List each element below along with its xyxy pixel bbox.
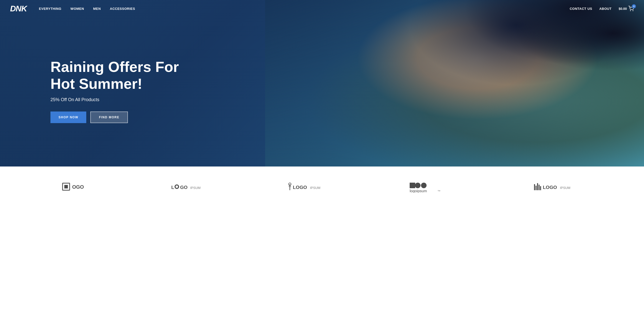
logo-brand-1: OGO — [62, 182, 97, 192]
nav-link-everything[interactable]: EVERYTHING — [39, 7, 61, 11]
logo-item-5: LOGO IPSUM — [534, 182, 582, 192]
hero-content: Raining Offers For Hot Summer! 25% Off O… — [0, 43, 179, 123]
svg-point-17 — [415, 183, 421, 188]
svg-rect-24 — [539, 185, 540, 190]
logo-brand-2: L GO IPSUM — [171, 182, 214, 192]
svg-text:LOGO: LOGO — [293, 185, 307, 190]
brand-logo[interactable]: DNK — [10, 4, 27, 13]
hero-section: Raining Offers For Hot Summer! 25% Off O… — [0, 0, 644, 166]
cart-icon-wrap: 0 — [628, 6, 634, 11]
logo-brand-3: LOGO IPSUM — [288, 182, 336, 192]
svg-rect-23 — [537, 183, 538, 190]
logo-item-4: logoipsum ™ — [410, 182, 460, 193]
logo-brand-5: LOGO IPSUM — [534, 182, 582, 192]
svg-rect-16 — [410, 183, 415, 188]
svg-text:GO: GO — [180, 185, 188, 190]
hero-headline: Raining Offers For Hot Summer! — [50, 59, 179, 92]
logo-item-1: OGO — [62, 182, 97, 192]
logo-item-2: L GO IPSUM — [171, 182, 214, 192]
nav-link-accessories[interactable]: ACCESSORIES — [110, 7, 135, 11]
svg-text:LOGO: LOGO — [543, 185, 557, 190]
svg-text:IPSUM: IPSUM — [310, 186, 320, 190]
navbar: DNK EVERYTHINGWOMENMENACCESSORIES CONTAC… — [0, 0, 644, 17]
svg-point-0 — [630, 10, 631, 11]
hero-headline-line2: Hot Summer! — [50, 75, 142, 92]
nav-links-right: CONTACT USABOUT $0.00 0 — [570, 6, 634, 11]
find-more-button[interactable]: FIND MORE — [90, 112, 128, 123]
hero-buttons: SHOP NOW FIND MORE — [50, 112, 179, 123]
cart-badge: 0 — [632, 4, 636, 8]
svg-text:logoipsum: logoipsum — [410, 189, 427, 193]
logos-section: OGO L GO IPSUM LOGO IPSUM l — [0, 166, 644, 208]
nav-link-about[interactable]: ABOUT — [599, 7, 612, 11]
svg-point-1 — [633, 10, 633, 11]
cart-button[interactable]: $0.00 0 — [619, 6, 634, 11]
shop-now-button[interactable]: SHOP NOW — [50, 112, 86, 123]
svg-text:IPSUM: IPSUM — [560, 186, 570, 190]
svg-rect-21 — [534, 184, 535, 190]
hero-headline-line1: Raining Offers For — [50, 59, 179, 75]
svg-rect-3 — [64, 185, 68, 188]
nav-links-left: EVERYTHINGWOMENMENACCESSORIES — [39, 7, 570, 11]
svg-rect-22 — [536, 186, 537, 190]
svg-text:IPSUM: IPSUM — [190, 186, 201, 190]
nav-link-men[interactable]: MEN — [93, 7, 101, 11]
svg-text:L: L — [171, 185, 174, 190]
nav-link-women[interactable]: WOMEN — [70, 7, 84, 11]
cart-price: $0.00 — [619, 7, 627, 11]
svg-point-18 — [421, 183, 427, 188]
svg-text:™: ™ — [437, 189, 440, 193]
svg-rect-25 — [540, 186, 541, 190]
logo-brand-4: logoipsum ™ — [410, 182, 460, 193]
logo-item-3: LOGO IPSUM — [288, 182, 336, 192]
svg-point-7 — [176, 185, 178, 188]
svg-text:OGO: OGO — [72, 184, 84, 190]
nav-link-contact-us[interactable]: CONTACT US — [570, 7, 592, 11]
hero-subtext: 25% Off On All Products — [50, 97, 179, 102]
